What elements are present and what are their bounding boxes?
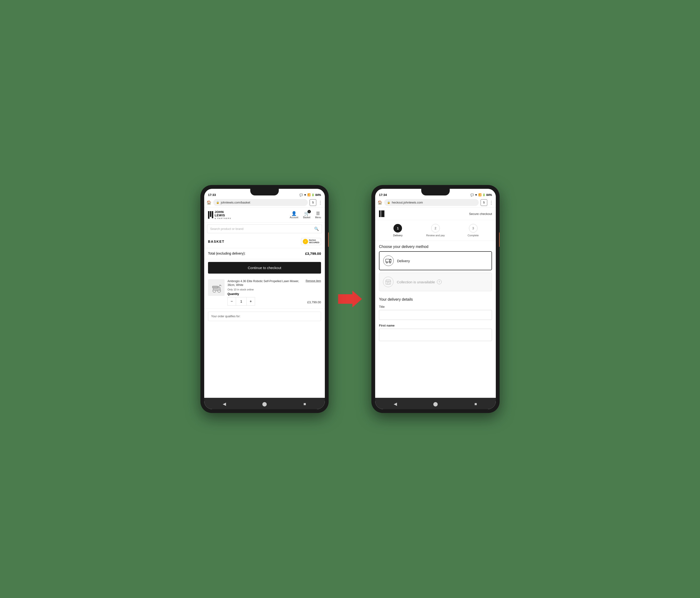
basket-label: Basket bbox=[303, 216, 310, 219]
search-bar[interactable]: Search product or brand 🔍 bbox=[207, 224, 322, 233]
help-icon[interactable]: ? bbox=[437, 279, 442, 284]
title-label: Title bbox=[379, 305, 492, 308]
more-icon-2[interactable]: ⋮ bbox=[489, 200, 494, 205]
notch bbox=[250, 189, 279, 196]
norton-text: NortonSECURED bbox=[309, 239, 319, 244]
signal-icon: ▼ bbox=[304, 193, 306, 197]
jl-text-block: JOHNLEWIS & PARTNERS bbox=[215, 210, 231, 220]
product-image bbox=[208, 279, 225, 296]
whatsapp-icon: 💬 bbox=[299, 193, 303, 197]
battery-percent-2: 84% bbox=[486, 193, 492, 197]
battery-icon-2: 🔋 bbox=[482, 193, 485, 196]
bar1 bbox=[208, 211, 209, 219]
account-icon: 👤 bbox=[291, 211, 297, 216]
checkout-button[interactable]: Continue to checkout bbox=[208, 262, 321, 274]
title-form-group: Title bbox=[375, 303, 496, 322]
account-icon-item[interactable]: 👤 Account bbox=[290, 211, 298, 219]
tabs-count[interactable]: 5 bbox=[310, 199, 316, 206]
jl-logo: JOHNLEWIS & PARTNERS bbox=[208, 210, 231, 220]
url-bar-wrapper: 🏠 🔒 johnlewis.com/basket 5 ⋮ bbox=[204, 198, 325, 207]
step-1-circle: 1 bbox=[394, 224, 402, 232]
battery-icon: 🔋 bbox=[311, 193, 315, 196]
transition-arrow bbox=[338, 291, 362, 307]
order-qualifies: Your order qualifies for: bbox=[208, 312, 321, 321]
phone-basket: 17:33 💬 ▼ 📶 🔋 84% 🏠 🔒 johnlewis.com/bask… bbox=[200, 185, 329, 413]
step-2-circle: 2 bbox=[431, 224, 440, 232]
collection-option[interactable]: Collection is unavailable ? bbox=[379, 273, 492, 291]
side-button-2 bbox=[499, 232, 500, 247]
delivery-truck-icon bbox=[383, 255, 394, 266]
delivery-option-label: Delivery bbox=[397, 259, 410, 263]
home-button-2[interactable]: ⬤ bbox=[432, 400, 439, 408]
recents-button[interactable]: ■ bbox=[301, 400, 308, 408]
quantity-controls: − 1 + bbox=[227, 297, 255, 306]
step-1-label: Delivery bbox=[393, 234, 402, 237]
jl-logo-small bbox=[379, 210, 385, 217]
basket-icon-item[interactable]: 🛒 1 Basket bbox=[303, 211, 310, 219]
home-button[interactable]: ⬤ bbox=[261, 400, 268, 408]
step-complete: 3 Complete bbox=[454, 224, 492, 237]
product-stock: Only 10 in stock online bbox=[227, 288, 321, 291]
url-field[interactable]: 🔒 johnlewis.com/basket bbox=[213, 199, 308, 206]
delivery-method-title: Choose your delivery method bbox=[375, 241, 496, 251]
bar3 bbox=[212, 211, 213, 218]
secure-checkout-label: Secure checkout bbox=[469, 212, 492, 216]
lawnmower-svg bbox=[210, 282, 222, 294]
firstname-input[interactable] bbox=[379, 329, 492, 341]
header-icons: 👤 Account 🛒 1 Basket ☰ Menu bbox=[290, 211, 321, 219]
norton-badge: ✓ NortonSECURED bbox=[301, 238, 321, 245]
total-row: Total (excluding delivery): £3,799.00 bbox=[204, 248, 325, 259]
signal-icon-2: ▼ bbox=[475, 193, 477, 197]
basket-title: BASKET bbox=[208, 240, 225, 244]
wifi-icon: 📶 bbox=[307, 193, 310, 196]
url-bar-wrapper-2: 🏠 🔒 heckout.johnlewis.com 5 ⋮ bbox=[375, 198, 496, 207]
remove-button[interactable]: Remove item bbox=[306, 279, 321, 282]
title-input[interactable] bbox=[379, 310, 492, 320]
home-nav-icon[interactable]: 🏠 bbox=[206, 200, 211, 205]
whatsapp-icon-2: 💬 bbox=[470, 193, 474, 197]
svg-rect-10 bbox=[386, 281, 391, 284]
collection-label: Collection is unavailable bbox=[397, 280, 435, 284]
bar-s2 bbox=[381, 210, 384, 217]
account-label: Account bbox=[290, 216, 298, 219]
basket-header: JOHNLEWIS & PARTNERS 👤 Account 🛒 1 bbox=[204, 207, 325, 223]
step-2-label: Review and pay bbox=[426, 234, 445, 237]
search-icon: 🔍 bbox=[314, 227, 319, 231]
status-time-2: 17:34 bbox=[379, 193, 387, 197]
collection-row: Collection is unavailable ? bbox=[397, 279, 442, 284]
menu-icon-item[interactable]: ☰ Menu bbox=[315, 211, 321, 219]
delivery-details-title: Your delivery details bbox=[375, 294, 496, 303]
notch-2 bbox=[421, 189, 450, 196]
step-delivery: 1 Delivery bbox=[379, 224, 417, 237]
tabs-count-2[interactable]: 5 bbox=[481, 199, 487, 206]
url-text-2: heckout.johnlewis.com bbox=[392, 201, 423, 204]
step-review: 2 Review and pay bbox=[417, 224, 454, 237]
product-item: Ambrogio 4.36 Elite Robotic Self-Propell… bbox=[204, 276, 325, 309]
home-nav-icon-2[interactable]: 🏠 bbox=[378, 200, 382, 205]
url-field-2[interactable]: 🔒 heckout.johnlewis.com bbox=[384, 199, 479, 206]
bottom-nav: ◀ ⬤ ■ bbox=[204, 398, 325, 409]
menu-icon: ☰ bbox=[316, 211, 320, 216]
battery-percent: 84% bbox=[315, 193, 321, 197]
firstname-form-group: First name bbox=[375, 322, 496, 343]
back-button-2[interactable]: ◀ bbox=[392, 400, 399, 408]
recents-button-2[interactable]: ■ bbox=[472, 400, 479, 408]
scene: 17:33 💬 ▼ 📶 🔋 84% 🏠 🔒 johnlewis.com/bask… bbox=[200, 185, 500, 413]
svg-marker-6 bbox=[338, 291, 362, 307]
delivery-option[interactable]: Delivery bbox=[379, 251, 492, 270]
phone-content: JOHNLEWIS & PARTNERS 👤 Account 🛒 1 bbox=[204, 207, 325, 398]
back-button[interactable]: ◀ bbox=[221, 400, 228, 408]
checkout-content: Secure checkout 1 Delivery 2 Review bbox=[375, 207, 496, 398]
phone-checkout: 17:34 💬 ▼ 📶 🔋 84% 🏠 🔒 heckout.johnlewis.… bbox=[371, 185, 500, 413]
total-label: Total (excluding delivery): bbox=[208, 251, 246, 255]
quantity-decrease[interactable]: − bbox=[227, 297, 236, 306]
status-icons: 💬 ▼ 📶 🔋 84% bbox=[299, 193, 321, 197]
phone-screen-2: 17:34 💬 ▼ 📶 🔋 84% 🏠 🔒 heckout.johnlewis.… bbox=[375, 189, 496, 409]
bar2 bbox=[210, 211, 211, 217]
more-icon[interactable]: ⋮ bbox=[318, 200, 322, 205]
product-name: Ambrogio 4.36 Elite Robotic Self-Propell… bbox=[227, 279, 304, 288]
quantity-increase[interactable]: + bbox=[247, 297, 255, 306]
jl-bars bbox=[208, 211, 213, 219]
wifi-icon-2: 📶 bbox=[478, 193, 481, 196]
search-placeholder: Search product or brand bbox=[210, 227, 243, 231]
